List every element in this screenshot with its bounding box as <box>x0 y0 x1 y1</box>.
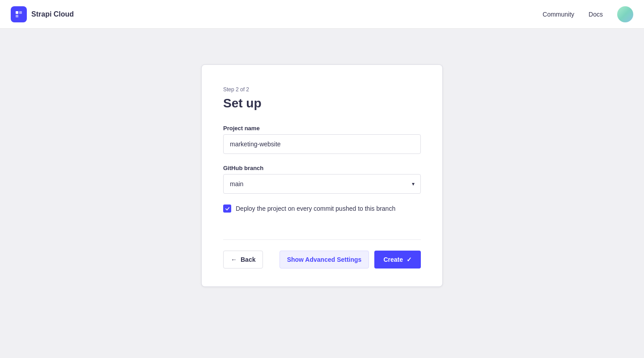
deploy-checkbox-label: Deploy the project on every commit pushe… <box>236 205 395 212</box>
header-nav: Community Docs <box>542 6 633 22</box>
github-branch-group: GitHub branch main develop staging ▾ <box>223 165 421 194</box>
logo-text: Strapi Cloud <box>31 10 74 18</box>
main-content: Step 2 of 2 Set up Project name GitHub b… <box>0 29 644 358</box>
card-footer: ← Back Show Advanced Settings Create ✓ <box>223 239 421 268</box>
back-button-label: Back <box>241 256 255 263</box>
project-name-group: Project name <box>223 125 421 154</box>
show-advanced-settings-button[interactable]: Show Advanced Settings <box>280 251 369 268</box>
footer-right: Show Advanced Settings Create ✓ <box>280 251 421 268</box>
deploy-checkbox-row: Deploy the project on every commit pushe… <box>223 205 421 213</box>
back-button[interactable]: ← Back <box>223 251 263 268</box>
community-link[interactable]: Community <box>542 11 574 18</box>
github-branch-select[interactable]: main develop staging <box>223 174 421 194</box>
github-branch-select-wrapper: main develop staging ▾ <box>223 174 421 194</box>
step-label: Step 2 of 2 <box>223 86 421 93</box>
svg-rect-0 <box>16 11 18 14</box>
svg-rect-1 <box>19 11 22 14</box>
logo: Strapi Cloud <box>11 6 542 22</box>
docs-link[interactable]: Docs <box>589 11 603 18</box>
back-arrow-icon: ← <box>231 256 237 263</box>
setup-card: Step 2 of 2 Set up Project name GitHub b… <box>201 64 443 287</box>
logo-icon <box>11 6 27 22</box>
page-title: Set up <box>223 96 421 111</box>
project-name-input[interactable] <box>223 134 421 154</box>
create-button[interactable]: Create ✓ <box>374 251 421 268</box>
create-check-icon: ✓ <box>407 256 412 263</box>
svg-rect-2 <box>16 15 18 17</box>
header: Strapi Cloud Community Docs <box>0 0 644 29</box>
avatar[interactable] <box>617 6 633 22</box>
github-branch-label: GitHub branch <box>223 165 421 171</box>
project-name-label: Project name <box>223 125 421 132</box>
create-button-label: Create <box>383 256 403 263</box>
deploy-checkbox[interactable] <box>223 205 231 213</box>
